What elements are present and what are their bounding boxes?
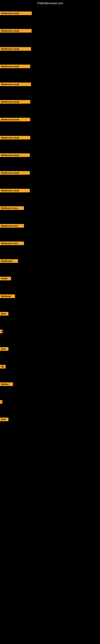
- bottleneck-row: Bottlen: [0, 382, 100, 387]
- bottleneck-row: Bottleneck result: [0, 64, 100, 69]
- bottleneck-row: B: [0, 330, 100, 334]
- bottleneck-row: Bottleneck result: [0, 82, 100, 87]
- bottleneck-row: Bottleneck resu: [0, 224, 100, 228]
- bottleneck-badge[interactable]: Bottleneck resu: [0, 206, 24, 210]
- bottleneck-row: Bo: [0, 365, 100, 369]
- bottleneck-row: Bottleneck result: [0, 12, 100, 16]
- bottleneck-badge[interactable]: Bottle: [0, 277, 11, 280]
- bottleneck-row: Bottleneck result: [0, 153, 100, 158]
- bottleneck-badge[interactable]: Bottleneck result: [0, 136, 30, 140]
- bottleneck-row: Bottlenec: [0, 294, 100, 299]
- bottleneck-badge[interactable]: Bo: [0, 365, 6, 368]
- bottleneck-badge[interactable]: Bottleneck result: [0, 82, 31, 86]
- bottleneck-row: Bott: [0, 312, 100, 316]
- bottleneck-badge[interactable]: Bottleneck result: [0, 12, 32, 15]
- bottleneck-row: Bott: [0, 418, 100, 422]
- bottleneck-badge[interactable]: Bottlenec: [0, 294, 15, 298]
- bottleneck-badge[interactable]: B: [0, 330, 3, 333]
- bottleneck-badge[interactable]: Bottleneck result: [0, 171, 30, 175]
- bottleneck-badge[interactable]: Bott: [0, 312, 8, 316]
- site-title: TheBottlenecker.com: [0, 0, 100, 7]
- bottleneck-row: Bott: [0, 347, 100, 352]
- bottleneck-badge[interactable]: Bottlen: [0, 382, 13, 386]
- bottleneck-badge[interactable]: Bott: [0, 347, 8, 351]
- bottleneck-row: Bottleneck result: [0, 189, 100, 193]
- bottleneck-badge[interactable]: Bottleneck: [0, 259, 18, 263]
- bottleneck-row: Bottleneck result: [0, 47, 100, 52]
- bottleneck-badge[interactable]: Bottleneck result: [0, 29, 32, 32]
- bottleneck-row: Bottleneck resu: [0, 242, 100, 246]
- bottleneck-row: Bottleneck result: [0, 100, 100, 104]
- bottleneck-badge[interactable]: Bottleneck result: [0, 100, 30, 104]
- bottleneck-row: Bottleneck result: [0, 171, 100, 176]
- bottleneck-badge[interactable]: Bottleneck result: [0, 118, 30, 121]
- bottleneck-row: Bottleneck: [0, 259, 100, 264]
- bottleneck-row: Bottleneck result: [0, 136, 100, 140]
- bottleneck-badge[interactable]: Bottleneck resu: [0, 242, 24, 245]
- bottleneck-row: Bottleneck result: [0, 29, 100, 34]
- bottleneck-row: Bottle: [0, 277, 100, 281]
- bottleneck-badge[interactable]: Bottleneck result: [0, 47, 31, 51]
- bottleneck-badge[interactable]: Bott: [0, 418, 8, 421]
- bottleneck-badge[interactable]: |: [0, 400, 2, 404]
- bottleneck-badge[interactable]: Bottleneck result: [0, 189, 30, 192]
- bottleneck-badge[interactable]: Bottleneck result: [0, 153, 30, 157]
- bottleneck-row: Bottleneck result: [0, 118, 100, 122]
- bottleneck-badge[interactable]: Bottleneck resu: [0, 224, 24, 228]
- bottleneck-row: |: [0, 400, 100, 404]
- bottleneck-badge[interactable]: Bottleneck result: [0, 64, 30, 68]
- bottleneck-row: Bottleneck resu: [0, 206, 100, 211]
